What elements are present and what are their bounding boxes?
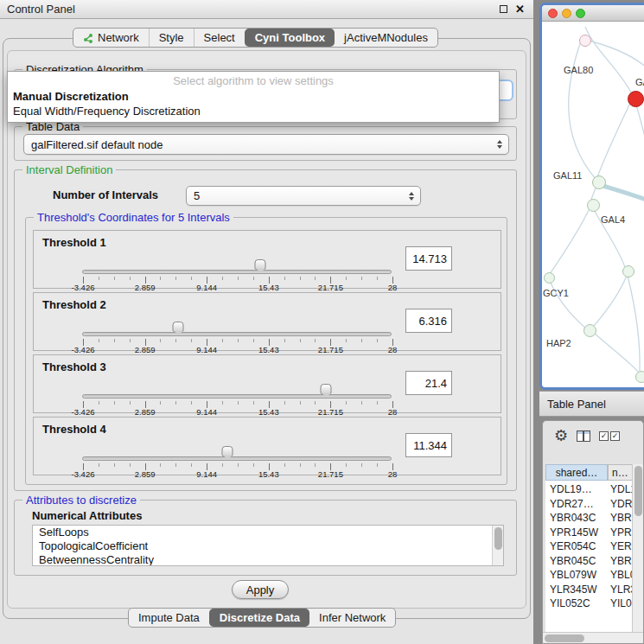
scrollbar-thumb[interactable] [545, 634, 584, 642]
tab-impute-data[interactable]: Impute Data [129, 609, 209, 627]
network-node[interactable] [622, 265, 634, 277]
threshold-3-panel: Threshold 3 -3.4262.8599.14415.4321.7152… [33, 354, 501, 413]
threshold-1-panel: Threshold 1 -3.4262.8599.14415.4321.7152… [33, 230, 501, 289]
scrollbar-thumb[interactable] [634, 466, 642, 516]
threshold-label: Threshold 1 [42, 236, 106, 249]
slider-thumb[interactable] [222, 446, 233, 456]
minimize-traffic-light[interactable] [562, 9, 571, 18]
table-data-value: galFiltered.sif default node [31, 138, 163, 151]
network-node[interactable] [579, 35, 591, 47]
dropdown-option-equal-width[interactable]: Equal Width/Frequency Discretization [8, 104, 499, 118]
threshold-3-slider[interactable] [82, 394, 392, 399]
number-of-intervals-value: 5 [194, 189, 200, 202]
slider-thumb[interactable] [255, 259, 266, 270]
table-data-combobox[interactable]: galFiltered.sif default node [23, 134, 509, 155]
node-label: GAL80 [564, 65, 593, 75]
threshold-2-slider[interactable] [82, 332, 392, 336]
table-row[interactable]: YBL079WYBL0 [545, 568, 634, 583]
apply-button[interactable]: Apply [232, 580, 289, 599]
network-node-highlighted[interactable] [628, 91, 644, 107]
slider-scale-labels: -3.4262.8599.14415.4321.71528 [83, 280, 392, 290]
dropdown-hint: Select algorithm to view settings [8, 73, 499, 89]
table-row[interactable]: YLR345WYLR3 [545, 583, 634, 597]
network-node[interactable] [544, 272, 555, 284]
node-label: GCY1 [543, 288, 569, 298]
network-canvas[interactable]: GAL80 GA GAL11 GAL4 GCY1 HAP2 [542, 22, 644, 387]
control-panel-titlebar: Control Panel ✕ [0, 0, 533, 19]
tab-jactivemnodules[interactable]: jActiveMNodules [335, 29, 437, 47]
tab-style[interactable]: Style [149, 29, 194, 47]
table-row[interactable]: YBR045CYBR0 [545, 554, 634, 569]
gear-icon[interactable]: ⚙ [554, 428, 568, 443]
group-title: Threshold's Coordinates for 5 Intervals [34, 211, 233, 224]
column-header-shared-name[interactable]: shared… [545, 464, 608, 481]
checkbox-icon: ✓ [599, 431, 609, 441]
network-node[interactable] [583, 324, 596, 337]
threshold-4-value-input[interactable] [405, 433, 452, 457]
float-window-icon[interactable] [500, 5, 507, 13]
table-row[interactable]: YPR145WYPR1 [545, 526, 634, 540]
group-title: Interval Definition [22, 163, 116, 176]
table-vertical-scrollbar[interactable] [632, 464, 643, 632]
network-node[interactable] [592, 175, 606, 189]
table-horizontal-scrollbar[interactable] [543, 632, 643, 643]
tab-discretize-data[interactable]: Discretize Data [209, 609, 309, 627]
number-of-intervals-combobox[interactable]: 5 [186, 186, 421, 206]
network-window-titlebar[interactable] [542, 5, 644, 22]
table-row[interactable]: YDL19…YDL1 [545, 482, 634, 497]
numerical-attributes-list[interactable]: SelfLoops TopologicalCoefficient Between… [32, 525, 504, 566]
node-label: GAL11 [553, 170, 582, 181]
tab-infer-network[interactable]: Infer Network [309, 609, 395, 627]
network-node[interactable] [587, 199, 600, 212]
network-view-window: GAL80 GA GAL11 GAL4 GCY1 HAP2 [539, 3, 644, 390]
slider-thumb[interactable] [321, 384, 332, 394]
combobox-arrows-icon [497, 140, 502, 149]
tab-label: Style [159, 31, 184, 44]
dropdown-option-manual[interactable]: Manual Discretization [8, 89, 499, 104]
close-traffic-light[interactable] [548, 9, 558, 18]
table-header-row: shared… n… [545, 464, 643, 481]
threshold-4-slider[interactable] [82, 456, 392, 461]
threshold-2-panel: Threshold 2 -3.4262.8599.14415.4321.7152… [33, 292, 501, 351]
scrollbar-thumb[interactable] [494, 527, 502, 550]
table-panel-title: Table Panel [547, 398, 606, 411]
table-row[interactable]: YIL052CYIL0 [545, 596, 634, 611]
threshold-4-panel: Threshold 4 -3.4262.8599.14415.4321.7152… [33, 417, 501, 475]
tab-label: Network [98, 31, 139, 44]
table-row[interactable]: YDR27…YDR2 [545, 497, 634, 512]
table-body: YDL19…YDL1 YDR27…YDR2 YBR043CYBR0 YPR145… [545, 482, 634, 611]
combobox-arrows-icon [409, 192, 414, 201]
tab-select[interactable]: Select [194, 29, 245, 47]
threshold-label: Threshold 2 [42, 298, 106, 311]
tab-label: jActiveMNodules [344, 31, 428, 44]
tab-network[interactable]: Network [73, 29, 149, 47]
threshold-label: Threshold 4 [42, 423, 106, 436]
tab-label: Discretize Data [220, 611, 300, 624]
group-title: Attributes to discretize [22, 494, 140, 507]
table-row[interactable]: YBR043CYBR0 [545, 511, 634, 526]
table-columns-icon[interactable] [577, 430, 590, 442]
tab-label: Select [204, 31, 235, 44]
list-item[interactable]: BetweennessCentrality [33, 553, 503, 566]
list-item[interactable]: TopologicalCoefficient [33, 539, 503, 553]
slider-thumb[interactable] [173, 322, 184, 332]
network-node[interactable] [635, 371, 644, 383]
tab-label: Cyni Toolbox [255, 31, 325, 44]
tab-label: Impute Data [138, 611, 200, 624]
threshold-2-value-input[interactable] [405, 309, 452, 333]
threshold-1-value-input[interactable] [405, 246, 452, 271]
close-icon[interactable]: ✕ [515, 3, 525, 15]
list-scrollbar[interactable] [492, 526, 503, 565]
control-panel-tabs: Network Style Select Cyni Toolbox jActiv… [73, 28, 438, 48]
tab-cyni-toolbox[interactable]: Cyni Toolbox [245, 29, 335, 47]
slider-scale-labels: -3.4262.8599.14415.4321.71528 [83, 467, 392, 476]
list-item[interactable]: SelfLoops [33, 526, 503, 539]
zoom-traffic-light[interactable] [576, 9, 585, 18]
table-row[interactable]: YER054CYER0 [545, 539, 634, 554]
network-icon [83, 33, 93, 43]
select-columns-icon[interactable]: ✓ ✓ [599, 431, 620, 441]
attributes-group: Attributes to discretize Numerical Attri… [14, 500, 517, 576]
table-data-group: Table Data galFiltered.sif default node [14, 126, 517, 161]
threshold-3-value-input[interactable] [405, 371, 452, 395]
threshold-1-slider[interactable] [82, 270, 392, 274]
